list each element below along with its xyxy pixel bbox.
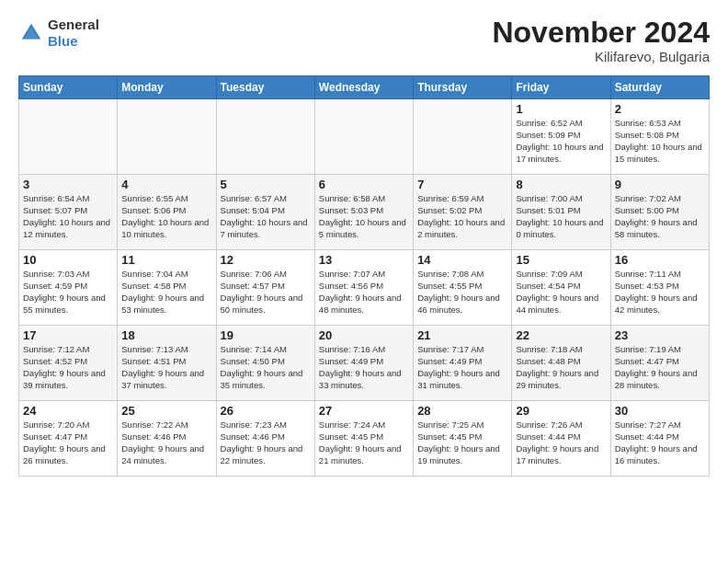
calendar-cell: 6Sunrise: 6:58 AM Sunset: 5:03 PM Daylig… (314, 175, 413, 250)
calendar-body: 1Sunrise: 6:52 AM Sunset: 5:09 PM Daylig… (19, 99, 710, 477)
cell-info: Sunrise: 7:12 AM Sunset: 4:52 PM Dayligh… (23, 344, 113, 391)
day-number: 6 (319, 178, 409, 191)
day-number: 17 (23, 328, 113, 342)
calendar-week-5: 24Sunrise: 7:20 AM Sunset: 4:47 PM Dayli… (19, 401, 710, 477)
day-number: 7 (417, 178, 507, 191)
cell-info: Sunrise: 7:24 AM Sunset: 4:45 PM Dayligh… (319, 419, 409, 466)
cell-info: Sunrise: 7:09 AM Sunset: 4:54 PM Dayligh… (516, 269, 606, 316)
calendar-cell: 25Sunrise: 7:22 AM Sunset: 4:46 PM Dayli… (118, 401, 216, 477)
calendar-week-4: 17Sunrise: 7:12 AM Sunset: 4:52 PM Dayli… (19, 326, 710, 401)
col-sunday: Sunday (19, 76, 118, 99)
title-block: November 2024 Kilifarevo, Bulgaria (492, 17, 710, 64)
cell-info: Sunrise: 7:06 AM Sunset: 4:57 PM Dayligh… (221, 269, 311, 316)
logo-general: General (48, 17, 99, 32)
day-number: 20 (319, 328, 409, 342)
day-number: 21 (417, 328, 507, 342)
calendar-cell (118, 99, 216, 175)
day-number: 10 (23, 253, 113, 267)
cell-info: Sunrise: 6:52 AM Sunset: 5:09 PM Dayligh… (516, 118, 606, 165)
cell-info: Sunrise: 6:54 AM Sunset: 5:07 PM Dayligh… (23, 193, 113, 240)
day-number: 28 (417, 404, 507, 418)
calendar-cell: 26Sunrise: 7:23 AM Sunset: 4:46 PM Dayli… (216, 401, 314, 477)
cell-info: Sunrise: 7:26 AM Sunset: 4:44 PM Dayligh… (516, 419, 606, 466)
cell-info: Sunrise: 7:07 AM Sunset: 4:56 PM Dayligh… (319, 269, 409, 316)
cell-info: Sunrise: 7:03 AM Sunset: 4:59 PM Dayligh… (23, 269, 113, 316)
day-number: 18 (121, 328, 211, 342)
header-row: Sunday Monday Tuesday Wednesday Thursday… (19, 76, 710, 99)
day-number: 22 (516, 328, 606, 342)
calendar-cell: 10Sunrise: 7:03 AM Sunset: 4:59 PM Dayli… (19, 250, 118, 326)
calendar-week-2: 3Sunrise: 6:54 AM Sunset: 5:07 PM Daylig… (19, 175, 710, 250)
calendar-cell: 24Sunrise: 7:20 AM Sunset: 4:47 PM Dayli… (19, 401, 118, 477)
calendar-cell (216, 99, 314, 175)
day-number: 2 (615, 102, 705, 116)
calendar-cell: 9Sunrise: 7:02 AM Sunset: 5:00 PM Daylig… (610, 175, 709, 250)
cell-info: Sunrise: 7:17 AM Sunset: 4:49 PM Dayligh… (417, 344, 507, 391)
logo-text: General Blue (48, 17, 99, 50)
cell-info: Sunrise: 7:13 AM Sunset: 4:51 PM Dayligh… (121, 344, 211, 391)
cell-info: Sunrise: 6:57 AM Sunset: 5:04 PM Dayligh… (221, 193, 311, 240)
calendar-week-1: 1Sunrise: 6:52 AM Sunset: 5:09 PM Daylig… (19, 99, 710, 175)
col-thursday: Thursday (414, 76, 512, 99)
day-number: 9 (615, 178, 705, 191)
cell-info: Sunrise: 7:14 AM Sunset: 4:50 PM Dayligh… (221, 344, 311, 391)
calendar-cell: 17Sunrise: 7:12 AM Sunset: 4:52 PM Dayli… (19, 326, 118, 401)
calendar-cell: 23Sunrise: 7:19 AM Sunset: 4:47 PM Dayli… (610, 326, 709, 401)
day-number: 13 (319, 253, 409, 267)
col-monday: Monday (118, 76, 216, 99)
calendar-cell: 13Sunrise: 7:07 AM Sunset: 4:56 PM Dayli… (314, 250, 413, 326)
day-number: 5 (221, 178, 311, 191)
day-number: 26 (221, 404, 311, 418)
calendar-cell: 22Sunrise: 7:18 AM Sunset: 4:48 PM Dayli… (512, 326, 610, 401)
calendar-cell: 15Sunrise: 7:09 AM Sunset: 4:54 PM Dayli… (512, 250, 610, 326)
cell-info: Sunrise: 7:00 AM Sunset: 5:01 PM Dayligh… (516, 193, 606, 240)
calendar-cell: 16Sunrise: 7:11 AM Sunset: 4:53 PM Dayli… (610, 250, 709, 326)
cell-info: Sunrise: 6:59 AM Sunset: 5:02 PM Dayligh… (417, 193, 507, 240)
cell-info: Sunrise: 7:16 AM Sunset: 4:49 PM Dayligh… (319, 344, 409, 391)
day-number: 25 (121, 404, 211, 418)
cell-info: Sunrise: 7:08 AM Sunset: 4:55 PM Dayligh… (417, 269, 507, 316)
calendar-week-3: 10Sunrise: 7:03 AM Sunset: 4:59 PM Dayli… (19, 250, 710, 326)
cell-info: Sunrise: 6:55 AM Sunset: 5:06 PM Dayligh… (121, 193, 211, 240)
calendar-cell: 29Sunrise: 7:26 AM Sunset: 4:44 PM Dayli… (512, 401, 610, 477)
calendar-table: Sunday Monday Tuesday Wednesday Thursday… (18, 75, 710, 477)
day-number: 4 (121, 178, 211, 191)
logo-blue: Blue (48, 33, 78, 49)
col-saturday: Saturday (610, 76, 709, 99)
col-wednesday: Wednesday (314, 76, 413, 99)
calendar-cell: 2Sunrise: 6:53 AM Sunset: 5:08 PM Daylig… (610, 99, 709, 175)
calendar-cell: 21Sunrise: 7:17 AM Sunset: 4:49 PM Dayli… (414, 326, 512, 401)
calendar-cell: 4Sunrise: 6:55 AM Sunset: 5:06 PM Daylig… (118, 175, 216, 250)
calendar-cell: 3Sunrise: 6:54 AM Sunset: 5:07 PM Daylig… (19, 175, 118, 250)
calendar-cell (414, 99, 512, 175)
calendar-cell (314, 99, 413, 175)
cell-info: Sunrise: 7:25 AM Sunset: 4:45 PM Dayligh… (417, 419, 507, 466)
day-number: 3 (23, 178, 113, 191)
calendar-cell: 7Sunrise: 6:59 AM Sunset: 5:02 PM Daylig… (414, 175, 512, 250)
cell-info: Sunrise: 7:19 AM Sunset: 4:47 PM Dayligh… (615, 344, 705, 391)
cell-info: Sunrise: 7:22 AM Sunset: 4:46 PM Dayligh… (121, 419, 211, 466)
calendar-cell: 11Sunrise: 7:04 AM Sunset: 4:58 PM Dayli… (118, 250, 216, 326)
logo-icon (18, 20, 44, 46)
cell-info: Sunrise: 6:58 AM Sunset: 5:03 PM Dayligh… (319, 193, 409, 240)
calendar-cell: 30Sunrise: 7:27 AM Sunset: 4:44 PM Dayli… (610, 401, 709, 477)
day-number: 30 (615, 404, 705, 418)
calendar-cell: 19Sunrise: 7:14 AM Sunset: 4:50 PM Dayli… (216, 326, 314, 401)
day-number: 16 (615, 253, 705, 267)
calendar-cell: 28Sunrise: 7:25 AM Sunset: 4:45 PM Dayli… (414, 401, 512, 477)
month-title: November 2024 (492, 17, 710, 49)
calendar-cell (19, 99, 118, 175)
calendar-cell: 8Sunrise: 7:00 AM Sunset: 5:01 PM Daylig… (512, 175, 610, 250)
cell-info: Sunrise: 7:20 AM Sunset: 4:47 PM Dayligh… (23, 419, 113, 466)
calendar-header: Sunday Monday Tuesday Wednesday Thursday… (19, 76, 710, 99)
cell-info: Sunrise: 7:04 AM Sunset: 4:58 PM Dayligh… (121, 269, 211, 316)
day-number: 8 (516, 178, 606, 191)
cell-info: Sunrise: 7:18 AM Sunset: 4:48 PM Dayligh… (516, 344, 606, 391)
day-number: 11 (121, 253, 211, 267)
logo: General Blue (18, 17, 99, 50)
cell-info: Sunrise: 7:27 AM Sunset: 4:44 PM Dayligh… (615, 419, 705, 466)
page: General Blue November 2024 Kilifarevo, B… (0, 0, 728, 486)
calendar-cell: 20Sunrise: 7:16 AM Sunset: 4:49 PM Dayli… (314, 326, 413, 401)
col-tuesday: Tuesday (216, 76, 314, 99)
cell-info: Sunrise: 7:11 AM Sunset: 4:53 PM Dayligh… (615, 269, 705, 316)
